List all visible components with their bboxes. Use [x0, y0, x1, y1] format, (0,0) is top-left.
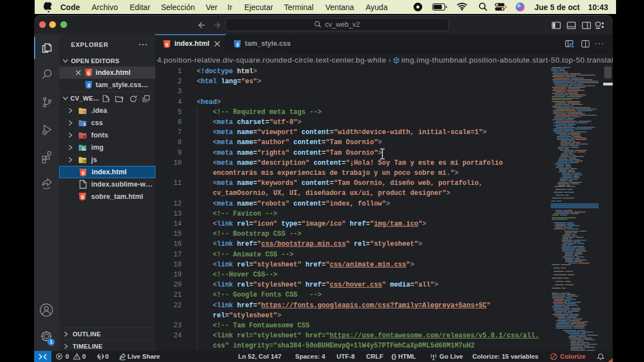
svg-text:5: 5	[87, 70, 91, 76]
svg-text:JS: JS	[82, 159, 87, 163]
svg-text:5: 5	[81, 194, 84, 200]
svg-text:3: 3	[87, 82, 90, 88]
svg-text:3: 3	[83, 122, 86, 126]
svg-text:5: 5	[165, 41, 169, 47]
svg-text:A: A	[83, 134, 86, 139]
svg-text:3: 3	[236, 41, 239, 47]
svg-text:5: 5	[82, 170, 85, 176]
